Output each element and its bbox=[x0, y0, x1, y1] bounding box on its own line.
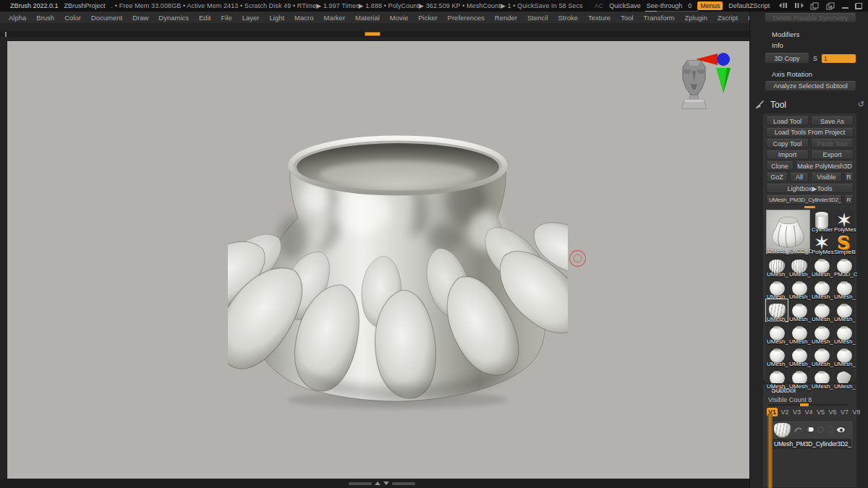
tool-thumbnail[interactable]: UMesh_ bbox=[811, 254, 833, 276]
menu-item[interactable]: Render bbox=[495, 14, 517, 22]
menu-item[interactable]: Marker bbox=[324, 14, 346, 22]
tool-thumbnail[interactable]: PolyMes bbox=[811, 232, 833, 254]
3d-copy-button[interactable]: 3D Copy bbox=[765, 53, 809, 64]
menu-item[interactable]: Picker bbox=[418, 14, 437, 22]
canvas-scrollbar-handle[interactable] bbox=[365, 32, 380, 36]
menu-item[interactable]: Edit bbox=[199, 14, 210, 22]
subtool-scrollbar[interactable] bbox=[767, 414, 773, 488]
subtool-visibility-tab[interactable]: V3 bbox=[792, 408, 801, 416]
subtool-visibility-tab[interactable]: V7 bbox=[840, 408, 849, 416]
menus-button[interactable]: Menus bbox=[697, 1, 723, 10]
tray-bar-right[interactable] bbox=[392, 482, 415, 485]
subtool-title[interactable]: Subtool bbox=[771, 386, 796, 394]
subtool-thumbnail[interactable] bbox=[771, 421, 793, 438]
tool-thumbnail[interactable]: UMesh_ bbox=[833, 299, 855, 321]
menu-item[interactable]: Tool bbox=[621, 14, 633, 22]
axis-rotation-label[interactable]: Axis Rotation bbox=[772, 70, 812, 78]
axis-orientation-gizmo[interactable] bbox=[696, 50, 733, 95]
restore-icon[interactable] bbox=[855, 3, 862, 9]
menu-item[interactable]: Alpha bbox=[9, 14, 26, 22]
tray-collapse-down-icon[interactable] bbox=[383, 481, 389, 485]
menu-item[interactable]: Texture bbox=[588, 14, 610, 22]
import-button[interactable]: Import bbox=[766, 150, 809, 160]
tool-thumbnail[interactable]: UMesh_ bbox=[788, 254, 810, 276]
delete-posable-symmetry-button[interactable]: Delete Posable Symmetry bbox=[765, 13, 856, 22]
analyze-selected-subtool-button[interactable]: Analyze Selected Subtool bbox=[765, 81, 856, 91]
polypaint-brush-icon[interactable] bbox=[794, 427, 802, 432]
tool-thumbnail[interactable]: PolyMes bbox=[833, 210, 855, 231]
visible-count-slider[interactable] bbox=[768, 404, 848, 406]
export-button[interactable]: Export bbox=[811, 150, 854, 160]
tool-thumbnail[interactable]: Cylinder bbox=[811, 210, 833, 231]
quicksave-button[interactable]: QuickSave bbox=[609, 2, 641, 9]
sculpted-vase-model[interactable] bbox=[228, 129, 568, 417]
tool-thumbnail[interactable]: UMesh_ bbox=[811, 277, 833, 299]
current-tool-thumbnail[interactable]: UMesh_PM3D_C bbox=[766, 210, 810, 254]
menu-item[interactable]: Stroke bbox=[558, 14, 578, 22]
tool-thumbnail[interactable]: UMesh_ bbox=[766, 322, 788, 343]
current-tool-r-button[interactable]: R bbox=[844, 195, 854, 205]
tool-thumbnail[interactable]: UMesh_ bbox=[788, 322, 810, 343]
tool-thumbnail[interactable]: UMesh_ bbox=[766, 254, 788, 276]
default-zscript-button[interactable]: DefaultZScript bbox=[728, 2, 770, 9]
doc-nav-left-icon[interactable] bbox=[778, 2, 788, 9]
menu-item[interactable]: Stencil bbox=[527, 14, 548, 22]
tool-thumbnail[interactable]: UMesh_ bbox=[811, 344, 833, 366]
minimize-icon[interactable] bbox=[842, 3, 848, 9]
visible-count-handle[interactable] bbox=[800, 403, 809, 406]
save-as-button[interactable]: Save As bbox=[811, 116, 854, 126]
menu-item[interactable]: Material bbox=[355, 14, 380, 22]
tool-palette-header[interactable]: Tool ↺ bbox=[754, 98, 864, 111]
info-label[interactable]: Info bbox=[772, 41, 783, 49]
load-tool-button[interactable]: Load Tool bbox=[766, 116, 809, 126]
menu-item[interactable]: Movie bbox=[390, 14, 408, 22]
reset-icon[interactable]: ↺ bbox=[858, 100, 864, 109]
sphere-toggle-icon[interactable] bbox=[817, 427, 824, 433]
goz-button[interactable]: GoZ bbox=[766, 173, 788, 182]
viewport-canvas[interactable] bbox=[7, 41, 749, 479]
tray-expand-up-icon[interactable] bbox=[375, 481, 380, 485]
visible-count-label[interactable]: Visible Count 8 bbox=[768, 396, 812, 403]
goz-visible-button[interactable]: Visible bbox=[811, 173, 842, 182]
copy-document-icon[interactable] bbox=[810, 2, 820, 9]
doc-nav-right-icon[interactable] bbox=[794, 2, 804, 9]
paste-tool-button[interactable]: Paste Tool bbox=[811, 139, 854, 148]
modifiers-label[interactable]: Modifiers bbox=[772, 30, 800, 38]
tool-thumbnail[interactable]: UMesh_ bbox=[766, 277, 788, 299]
subtool-list-item[interactable]: UMesh_PM3D_Cylinder3D2_9 bbox=[770, 420, 854, 449]
tray-bar-left[interactable] bbox=[349, 482, 372, 485]
menu-item[interactable]: Zscript bbox=[718, 14, 739, 22]
menu-item[interactable]: Light bbox=[269, 14, 284, 22]
menu-item[interactable]: Zplugin bbox=[685, 14, 707, 22]
menu-item[interactable]: Document bbox=[91, 14, 122, 22]
tool-thumbnail[interactable]: UMesh_ bbox=[833, 277, 855, 299]
tool-thumbnail[interactable]: UMesh_ bbox=[811, 299, 833, 321]
tool-slider-handle[interactable] bbox=[804, 206, 815, 208]
menu-item[interactable]: File bbox=[221, 14, 231, 22]
tool-thumbnail[interactable]: PM3D_C bbox=[833, 254, 855, 276]
subtool-visibility-tab[interactable]: V2 bbox=[780, 408, 790, 416]
menu-item[interactable]: Color bbox=[64, 14, 81, 22]
goz-r-button[interactable]: R bbox=[844, 173, 854, 182]
tool-thumbnail[interactable]: UMesh_ bbox=[788, 344, 810, 366]
tool-thumbnail[interactable]: UMesh_ bbox=[766, 299, 788, 321]
load-tools-from-project-button[interactable]: Load Tools From Project bbox=[766, 128, 854, 137]
subtool-visibility-tab[interactable]: V8 bbox=[852, 408, 861, 416]
goz-all-button[interactable]: All bbox=[790, 173, 809, 182]
sphere-toggle-dim-icon[interactable] bbox=[827, 427, 833, 433]
menu-item[interactable]: Draw bbox=[132, 14, 148, 22]
subtool-visibility-tab[interactable]: V4 bbox=[804, 408, 814, 416]
tool-thumbnail[interactable]: UMesh_ bbox=[833, 322, 855, 343]
clone-button[interactable]: Clone bbox=[766, 161, 793, 171]
paste-document-icon[interactable] bbox=[826, 2, 835, 9]
see-through-slider[interactable]: See-through bbox=[647, 2, 683, 10]
visibility-eye-icon[interactable] bbox=[836, 427, 846, 433]
lightbox-tools-button[interactable]: Lightbox▶Tools bbox=[766, 184, 854, 193]
menu-item[interactable]: Macro bbox=[294, 14, 313, 22]
tool-thumbnail[interactable]: UMesh_ bbox=[788, 299, 810, 321]
tool-thumbnail[interactable]: UMesh_ bbox=[766, 344, 788, 366]
copy-value-slider[interactable]: 1 bbox=[821, 53, 856, 64]
copy-tool-button[interactable]: Copy Tool bbox=[766, 139, 809, 148]
ac-button[interactable]: AC bbox=[595, 2, 604, 9]
subtool-visibility-tab[interactable]: V5 bbox=[816, 408, 825, 416]
